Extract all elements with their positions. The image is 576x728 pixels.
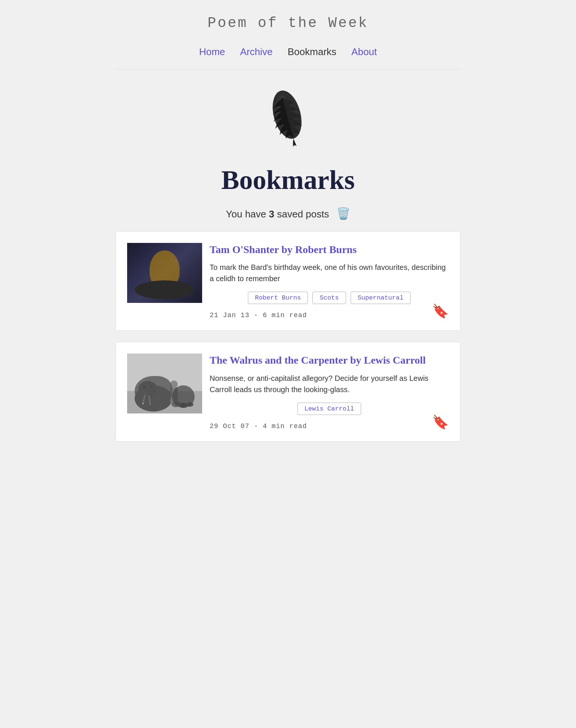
post-tags: Robert Burns Scots Supernatural (210, 292, 449, 304)
post-title[interactable]: The Walrus and the Carpenter by Lewis Ca… (210, 354, 449, 367)
post-date: 29 Oct 07 (210, 422, 249, 430)
svg-point-10 (135, 385, 172, 412)
post-excerpt: Nonsense, or anti-capitalist allegory? D… (210, 373, 449, 395)
svg-rect-20 (170, 387, 178, 402)
saved-suffix: saved posts (277, 208, 329, 220)
svg-line-15 (140, 393, 148, 394)
main-nav: Home Archive Bookmarks About (116, 42, 460, 69)
page-heading: Bookmarks (116, 157, 460, 199)
bookmark-button[interactable]: 🔖 (432, 303, 449, 319)
post-read-time: 6 min read (263, 312, 307, 319)
post-read-time: 4 min read (263, 422, 307, 430)
nav-about[interactable]: About (351, 46, 377, 57)
feather-icon (264, 88, 312, 148)
saved-prefix: You have (226, 208, 266, 220)
post-thumbnail (127, 243, 202, 303)
post-meta: 21 Jan 13 - 6 min read (210, 312, 449, 319)
post-content: Tam O'Shanter by Robert Burns To mark th… (210, 243, 449, 319)
svg-line-16 (140, 395, 148, 395)
svg-point-12 (143, 386, 146, 389)
post-content: The Walrus and the Carpenter by Lewis Ca… (210, 354, 449, 430)
bookmark-button[interactable]: 🔖 (432, 414, 449, 430)
svg-point-18 (180, 403, 187, 408)
tag-robert-burns[interactable]: Robert Burns (248, 292, 308, 304)
post-card: Tam O'Shanter by Robert Burns To mark th… (116, 231, 460, 331)
walrus-illustration-svg (127, 354, 202, 413)
svg-line-14 (140, 391, 148, 393)
site-title: Poem of the Week (116, 0, 460, 42)
svg-point-13 (150, 385, 153, 388)
saved-count-row: You have 3 saved posts 🗑️ (116, 199, 460, 231)
post-card: The Walrus and the Carpenter by Lewis Ca… (116, 342, 460, 441)
nav-home[interactable]: Home (199, 46, 225, 57)
post-excerpt: To mark the Bard's birthday week, one of… (210, 262, 449, 284)
svg-point-19 (187, 402, 194, 407)
nav-bookmarks[interactable]: Bookmarks (288, 46, 336, 57)
post-tags: Lewis Carroll (210, 403, 449, 415)
logo-area (116, 69, 460, 157)
svg-point-21 (170, 380, 178, 388)
post-date: 21 Jan 13 (210, 312, 249, 319)
tag-scots[interactable]: Scots (312, 292, 346, 304)
post-separator: - (254, 312, 263, 319)
tag-supernatural[interactable]: Supernatural (351, 292, 411, 304)
svg-point-11 (138, 381, 157, 397)
post-separator: - (254, 422, 263, 430)
saved-number: 3 (269, 208, 274, 220)
clear-all-button[interactable]: 🗑️ (336, 207, 350, 220)
post-meta: 29 Oct 07 - 4 min read (210, 422, 449, 430)
tag-lewis-carroll[interactable]: Lewis Carroll (297, 403, 362, 415)
post-title[interactable]: Tam O'Shanter by Robert Burns (210, 243, 449, 256)
nav-archive[interactable]: Archive (240, 46, 273, 57)
post-thumbnail (127, 354, 202, 413)
